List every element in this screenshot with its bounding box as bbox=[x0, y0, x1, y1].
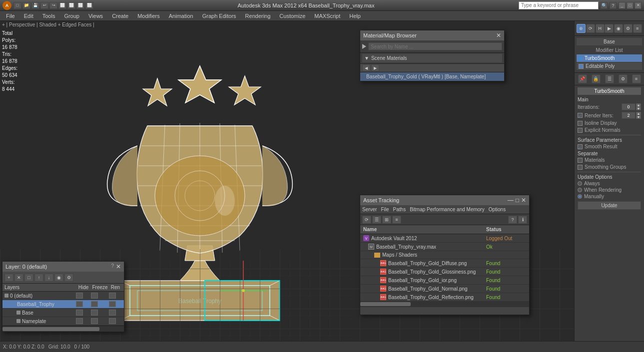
layer-scrollbar[interactable] bbox=[2, 326, 124, 332]
open-btn[interactable]: 📁 bbox=[22, 2, 30, 9]
mat-search-toggle[interactable] bbox=[362, 44, 366, 49]
at-row-diffuse[interactable]: IMG Baseball_Trophy_Gold_Diffuse.png Fou… bbox=[360, 259, 529, 268]
list-icon[interactable]: ☰ bbox=[605, 74, 614, 83]
minimize-btn[interactable]: _ bbox=[619, 2, 626, 9]
motion-icon[interactable]: ▶ bbox=[605, 24, 614, 33]
asset-tracking-minimize[interactable]: — bbox=[508, 197, 514, 204]
material-browser-close[interactable]: ✕ bbox=[496, 32, 501, 39]
utilities-icon[interactable]: ⚙ bbox=[624, 24, 633, 33]
at-row-maps[interactable]: Maps / Shaders bbox=[360, 251, 529, 259]
modifier-turbosmooth[interactable]: TurboSmooth bbox=[577, 54, 642, 62]
ts-render-iters-spinner[interactable]: ▲ ▼ bbox=[622, 112, 641, 119]
layer-new-btn[interactable]: □ bbox=[24, 274, 33, 282]
menu-modifiers[interactable]: Modifiers bbox=[133, 12, 164, 20]
layer-nameplate-freeze[interactable] bbox=[91, 318, 98, 324]
create-icon[interactable]: ⊕ bbox=[577, 24, 586, 33]
layer-add-btn[interactable]: + bbox=[4, 274, 13, 282]
at-row-glossiness[interactable]: IMG Baseball_Trophy_Gold_Glossiness.png … bbox=[360, 268, 529, 276]
at-menu-options[interactable]: Options bbox=[489, 207, 506, 212]
menu-file[interactable]: File bbox=[2, 12, 19, 20]
layer-bt-freeze[interactable] bbox=[91, 301, 98, 307]
ts-render-iters-input[interactable] bbox=[622, 112, 636, 119]
tb-icon-7[interactable]: ⬜ bbox=[76, 2, 84, 9]
layer-move-btn[interactable]: ↑ bbox=[34, 274, 43, 282]
tb-icon-8[interactable]: ⬜ bbox=[85, 2, 93, 9]
layer-settings-btn[interactable]: ⚙ bbox=[64, 274, 73, 282]
layer-select-btn[interactable]: ◉ bbox=[54, 274, 63, 282]
mat-scene-header[interactable]: ▼ Scene Materials bbox=[362, 54, 502, 62]
menu-customize[interactable]: Customize bbox=[275, 12, 309, 20]
ts-iterations-up[interactable]: ▲ bbox=[636, 103, 641, 107]
menu-graph-editors[interactable]: Graph Editors bbox=[198, 12, 240, 20]
at-menu-file[interactable]: File bbox=[381, 207, 389, 212]
at-row-maxfile[interactable]: M Baseball_Trophy_vray.max Ok bbox=[360, 243, 529, 251]
menu-maxscript[interactable]: MAXScript bbox=[310, 12, 344, 20]
tb-icon-5[interactable]: ⬜ bbox=[58, 2, 66, 9]
layer-base-freeze[interactable] bbox=[91, 310, 98, 316]
undo-btn[interactable]: ↩ bbox=[40, 2, 48, 9]
at-btn-4[interactable]: ≡ bbox=[392, 216, 401, 224]
layer-base-render[interactable] bbox=[109, 310, 116, 316]
at-row-reflection[interactable]: IMG Baseball_Trophy_Gold_Reflection.png … bbox=[360, 293, 529, 302]
layer-base-hide[interactable] bbox=[76, 310, 83, 316]
lock-icon[interactable]: 🔒 bbox=[592, 74, 601, 83]
layer-row-nameplate[interactable]: Nameplate bbox=[2, 317, 124, 326]
info-btn[interactable]: ? bbox=[610, 2, 617, 9]
modify-icon[interactable]: ⟳ bbox=[586, 24, 595, 33]
layer-bt-render[interactable] bbox=[109, 301, 116, 307]
maximize-btn[interactable]: □ bbox=[627, 2, 634, 9]
ts-smoothing-checkbox[interactable] bbox=[578, 165, 583, 170]
mat-tool-1[interactable]: ◀ bbox=[362, 64, 370, 71]
modifier-editable-poly[interactable]: Editable Poly bbox=[577, 62, 642, 70]
menu-views[interactable]: Views bbox=[84, 12, 107, 20]
save-btn[interactable]: 💾 bbox=[31, 2, 39, 9]
at-row-ior[interactable]: IMG Baseball_Trophy_Gold_ior.png Found bbox=[360, 276, 529, 285]
at-row-vault[interactable]: V Autodesk Vault 2012 Logged Out bbox=[360, 234, 529, 243]
layer-row-0[interactable]: 0 (default) bbox=[2, 292, 124, 300]
ts-render-up[interactable]: ▲ bbox=[636, 112, 641, 115]
extra-icon[interactable]: ≡ bbox=[633, 24, 642, 33]
ts-render-iters-checkbox[interactable] bbox=[578, 113, 583, 118]
layer-nameplate-render[interactable] bbox=[109, 318, 116, 324]
asset-tracking-close[interactable]: ✕ bbox=[521, 197, 526, 204]
layer-panel-close[interactable]: ✕ bbox=[116, 263, 121, 270]
layer-0-freeze[interactable] bbox=[91, 293, 98, 299]
mat-tool-2[interactable]: ▶ bbox=[371, 64, 379, 71]
ts-explicit-checkbox[interactable] bbox=[578, 128, 583, 133]
new-btn[interactable]: □ bbox=[13, 2, 21, 9]
at-btn-3[interactable]: ⊞ bbox=[382, 216, 391, 224]
global-search-input[interactable] bbox=[519, 1, 599, 9]
layer-move-down-btn[interactable]: ↓ bbox=[44, 274, 53, 282]
ts-iterations-input[interactable] bbox=[622, 103, 636, 110]
layer-row-base[interactable]: Base bbox=[2, 309, 124, 317]
asset-tracking-restore[interactable]: □ bbox=[516, 197, 519, 204]
at-btn-2[interactable]: ☰ bbox=[372, 216, 381, 224]
ts-smooth-checkbox[interactable] bbox=[578, 144, 583, 149]
config-icon[interactable]: ⚙ bbox=[619, 74, 628, 83]
extra2-icon[interactable]: ≡ bbox=[632, 74, 641, 83]
tb-icon-6[interactable]: ⬜ bbox=[67, 2, 75, 9]
layer-help-btn[interactable]: ? bbox=[111, 263, 114, 270]
at-row-normal[interactable]: IMG Baseball_Trophy_Gold_Normal.png Foun… bbox=[360, 285, 529, 293]
menu-rendering[interactable]: Rendering bbox=[241, 12, 275, 20]
ts-manually-radio[interactable] bbox=[578, 194, 582, 199]
redo-btn[interactable]: ↪ bbox=[49, 2, 57, 9]
at-menu-server[interactable]: Server bbox=[362, 207, 377, 212]
ts-update-button[interactable]: Update bbox=[578, 201, 641, 210]
ts-isoline-checkbox[interactable] bbox=[578, 121, 583, 126]
menu-group[interactable]: Group bbox=[60, 12, 83, 20]
hierarchy-icon[interactable]: H bbox=[596, 24, 605, 33]
layer-0-render[interactable] bbox=[109, 293, 116, 299]
at-btn-1[interactable]: ⟳ bbox=[362, 216, 371, 224]
at-menu-paths[interactable]: Paths bbox=[393, 207, 406, 212]
material-row-gold[interactable]: Baseball_Trophy_Gold ( VRayMtl ) [Base, … bbox=[360, 72, 504, 81]
menu-tools[interactable]: Tools bbox=[38, 12, 59, 20]
layer-bt-hide[interactable] bbox=[76, 301, 83, 307]
menu-help[interactable]: Help bbox=[345, 12, 365, 20]
material-search-input[interactable] bbox=[368, 42, 502, 50]
menu-edit[interactable]: Edit bbox=[20, 12, 37, 20]
ts-iterations-down[interactable]: ▼ bbox=[636, 107, 641, 110]
at-btn-info[interactable]: ℹ bbox=[518, 216, 527, 224]
pin-icon[interactable]: 📌 bbox=[578, 74, 587, 83]
ts-always-radio[interactable] bbox=[578, 181, 582, 186]
